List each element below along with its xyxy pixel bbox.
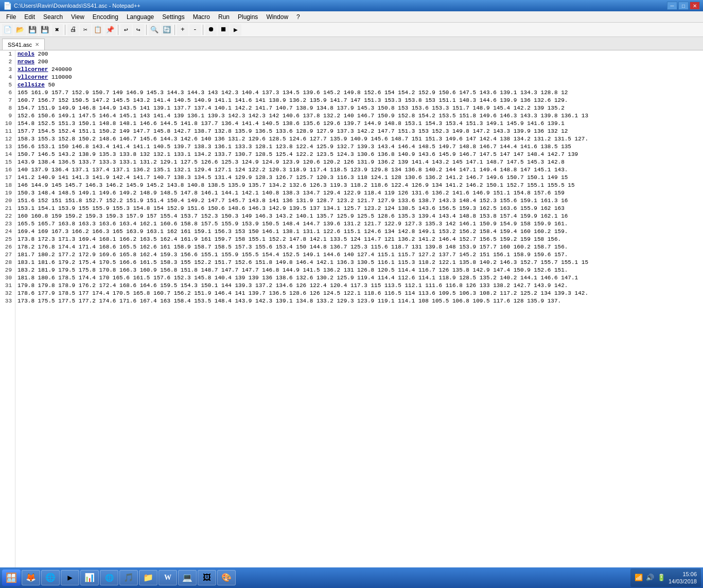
line-number-11: 11 <box>2 128 12 135</box>
code-text: 110000 <box>48 74 72 81</box>
menu-item-macro[interactable]: Macro <box>189 12 214 22</box>
close-button[interactable]: ✕ <box>690 2 700 10</box>
line-number-22: 22 <box>2 212 12 220</box>
code-line-8: 154.7 151.9 149.9 146.8 144.9 143.5 141 … <box>17 104 701 112</box>
close-all-button[interactable]: ✖ <box>51 24 63 35</box>
line-number-16: 16 <box>2 166 12 174</box>
tab-close-button[interactable]: ✕ <box>35 42 39 47</box>
replace-button[interactable]: 🔄 <box>161 24 172 35</box>
volume-icon: 🔊 <box>646 574 654 582</box>
menu-item-run[interactable]: Run <box>214 12 234 22</box>
code-line-22: 160 160.8 159 159.2 159.3 159.3 157.9 15… <box>17 212 701 220</box>
code-line-7: 160.7 156.7 152 150.5 147.2 145.5 143.2 … <box>17 97 701 104</box>
code-text: 165 161.9 157.7 152.9 150.7 149 146.9 14… <box>17 89 568 97</box>
code-text: 151.6 152 151 151.8 152.7 152.2 151.9 15… <box>17 197 568 205</box>
code-text: 179.8 179.8 178.9 176.2 172.4 168.6 164.… <box>17 282 568 290</box>
code-line-3: xllcorner 240000 <box>17 66 701 74</box>
tab-label: SS41.asc <box>8 42 32 48</box>
taskbar-image[interactable]: 🖼 <box>198 570 216 585</box>
cut-button[interactable]: ✂ <box>80 24 91 35</box>
menu-item-plugins[interactable]: Plugins <box>234 12 262 22</box>
code-line-9: 152.6 150.6 149.1 147.5 146.4 145.1 143 … <box>17 112 701 120</box>
menu-item-language[interactable]: Language <box>122 12 158 22</box>
taskbar-music[interactable]: 🎵 <box>119 570 138 585</box>
code-text: 143.9 138.4 136.5 133.7 133.3 133.1 131.… <box>17 158 565 166</box>
copy-button[interactable]: 📋 <box>92 24 103 35</box>
line-number-13: 13 <box>2 143 12 151</box>
macro-record-button[interactable]: ⏺ <box>205 24 217 35</box>
menu-item-settings[interactable]: Settings <box>158 12 188 22</box>
title-bar: 📄 C:\Users\Ravin\Downloads\SS41.asc - No… <box>0 0 703 11</box>
system-clock[interactable]: 15:06 14/03/2018 <box>669 571 697 585</box>
taskbar-ie[interactable]: 🌐 <box>41 570 60 585</box>
line-number-12: 12 <box>2 135 12 143</box>
taskbar-media[interactable]: ▶ <box>61 570 79 585</box>
code-text: 158.3 155.3 152.8 150.2 148.6 146.7 145.… <box>17 135 588 143</box>
code-text: 141.2 140.9 141 141.3 141.9 142.4 141.7 … <box>17 174 568 182</box>
zoom-out-button[interactable]: - <box>189 24 201 35</box>
zoom-in-button[interactable]: + <box>177 24 188 35</box>
taskbar-chrome[interactable]: 🌐 <box>100 570 118 585</box>
paste-button[interactable]: 📌 <box>104 24 116 35</box>
menu-item-search[interactable]: Search <box>39 12 67 22</box>
tab-ss41[interactable]: SS41.asc ✕ <box>2 39 45 50</box>
minimize-button[interactable]: ─ <box>667 2 677 10</box>
macro-play-button[interactable]: ▶ <box>230 24 241 35</box>
line-number-30: 30 <box>2 274 12 282</box>
menu-item-window[interactable]: Window <box>262 12 292 22</box>
taskbar-excel[interactable]: 📊 <box>80 570 99 585</box>
code-text: 173.8 172.3 171.3 169.4 168.1 166.2 163.… <box>17 236 561 243</box>
line-number-28: 28 <box>2 259 12 266</box>
line-number-21: 21 <box>2 205 12 212</box>
line-number-18: 18 <box>2 182 12 189</box>
open-button[interactable]: 📂 <box>14 24 26 35</box>
menu-item-view[interactable]: View <box>67 12 89 22</box>
code-text: 165.5 165.7 163.8 163.3 163.6 163.4 162.… <box>17 220 568 228</box>
line-number-10: 10 <box>2 120 12 128</box>
taskbar-firefox[interactable]: 🦊 <box>22 570 40 585</box>
line-number-14: 14 <box>2 151 12 158</box>
window-title: C:\Users\Ravin\Downloads\SS41.asc - Note… <box>14 3 140 9</box>
undo-button[interactable]: ↩ <box>120 24 132 35</box>
menu-item-file[interactable]: File <box>2 12 20 22</box>
code-line-15: 143.9 138.4 136.5 133.7 133.3 133.1 131.… <box>17 158 701 166</box>
taskbar-word[interactable]: W <box>159 570 177 585</box>
save-all-button[interactable]: 💾 <box>39 24 50 35</box>
title-bar-left: 📄 C:\Users\Ravin\Downloads\SS41.asc - No… <box>3 2 140 10</box>
menu-item-?[interactable]: ? <box>292 12 304 22</box>
taskbar-computer[interactable]: 💻 <box>178 570 197 585</box>
code-line-6: 165 161.9 157.7 152.9 150.7 149 146.9 14… <box>17 89 701 97</box>
line-number-5: 5 <box>2 81 12 89</box>
code-line-16: 140 137.9 136.4 137.1 137.4 137.1 136.2 … <box>17 166 701 174</box>
code-text: 156.6 153.1 150 146.8 143.4 141.4 141.1 … <box>17 143 571 151</box>
code-text: 160 160.8 159 159.2 159.3 159.3 157.9 15… <box>17 212 568 220</box>
maximize-button[interactable]: □ <box>678 2 689 10</box>
code-text: 183.1 181.6 179.2 175.4 170.5 166.6 161.… <box>17 259 588 266</box>
code-line-19: 150.3 148.4 148.5 149.1 149.6 149.2 148.… <box>17 189 701 197</box>
code-line-24: 169.4 169 167.3 166.2 166.3 165 163.9 16… <box>17 228 701 236</box>
code-content[interactable]: ncols 200nrows 200xllcorner 240000yllcor… <box>15 50 703 572</box>
new-button[interactable]: 📄 <box>2 24 13 35</box>
redo-button[interactable]: ↪ <box>133 24 144 35</box>
line-number-9: 9 <box>2 112 12 120</box>
keyword-cellsize: cellsize <box>17 81 45 89</box>
line-number-25: 25 <box>2 236 12 243</box>
macro-stop-button[interactable]: ⏹ <box>218 24 229 35</box>
line-number-24: 24 <box>2 228 12 236</box>
start-button[interactable]: 🪟 <box>2 569 21 586</box>
line-number-19: 19 <box>2 189 12 197</box>
taskbar-files[interactable]: 📁 <box>139 570 157 585</box>
find-button[interactable]: 🔍 <box>149 24 160 35</box>
save-button[interactable]: 💾 <box>27 24 38 35</box>
line-number-4: 4 <box>2 74 12 81</box>
menu-item-encoding[interactable]: Encoding <box>89 12 122 22</box>
toolbar-sep-2 <box>118 25 118 35</box>
line-number-1: 1 <box>2 50 12 58</box>
print-button[interactable]: 🖨 <box>67 24 79 35</box>
menu-item-edit[interactable]: Edit <box>20 12 39 22</box>
taskbar-paint[interactable]: 🎨 <box>217 570 236 585</box>
clock-date: 14/03/2018 <box>669 578 697 585</box>
code-line-11: 157.7 154.5 152.4 151.1 150.2 149 147.7 … <box>17 128 701 135</box>
code-line-2: nrows 200 <box>17 58 701 66</box>
code-text: 178.6 177.9 178.5 177 174.4 170.5 165.8 … <box>17 290 588 297</box>
